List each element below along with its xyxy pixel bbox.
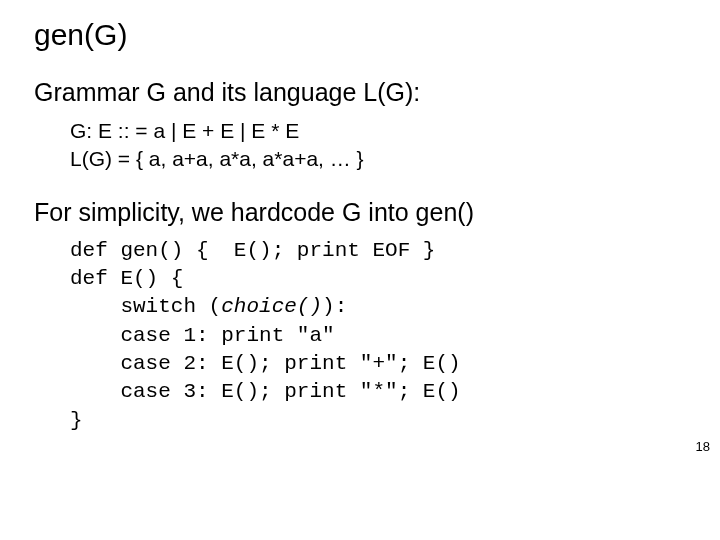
simplicity-line: For simplicity, we hardcode G into gen() [34, 198, 686, 227]
grammar-block: G: E :: = a | E + E | E * E L(G) = { a, … [70, 117, 686, 174]
code-line-5: case 2: E(); print "+"; E() [70, 352, 461, 375]
code-line-3c: ): [322, 295, 347, 318]
page-number: 18 [696, 439, 710, 454]
code-line-7: } [70, 409, 83, 432]
grammar-language: L(G) = { a, a+a, a*a, a*a+a, … } [70, 145, 686, 173]
code-line-3a: switch ( [70, 295, 221, 318]
grammar-intro: Grammar G and its language L(G): [34, 78, 686, 107]
slide-title: gen(G) [34, 18, 686, 52]
grammar-rule: G: E :: = a | E + E | E * E [70, 117, 686, 145]
slide: gen(G) Grammar G and its language L(G): … [0, 0, 720, 540]
code-choice-call: choice() [221, 295, 322, 318]
code-block: def gen() { E(); print EOF } def E() { s… [70, 237, 686, 435]
code-line-1: def gen() { E(); print EOF } [70, 239, 435, 262]
code-line-2: def E() { [70, 267, 183, 290]
code-line-4: case 1: print "a" [70, 324, 335, 347]
code-line-6: case 3: E(); print "*"; E() [70, 380, 461, 403]
